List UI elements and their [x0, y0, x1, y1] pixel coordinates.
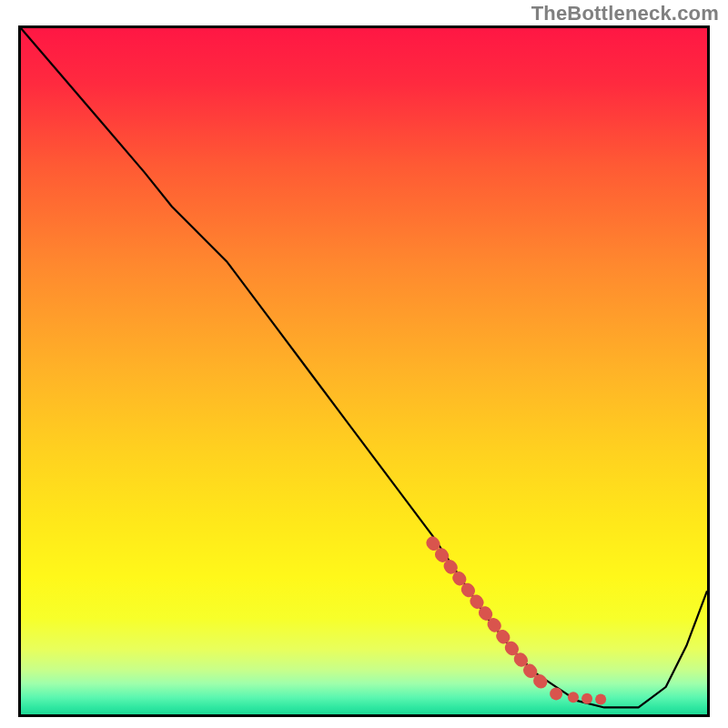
- watermark-text: TheBottleneck.com: [531, 2, 719, 25]
- highlight-dot: [581, 693, 592, 704]
- gradient-rect: [21, 28, 707, 714]
- plot-frame: [18, 25, 710, 717]
- plot-svg: [21, 28, 707, 714]
- chart-stage: TheBottleneck.com: [0, 0, 728, 728]
- highlight-dot: [550, 687, 562, 700]
- highlight-dot: [595, 693, 606, 704]
- highlight-dot: [568, 692, 579, 703]
